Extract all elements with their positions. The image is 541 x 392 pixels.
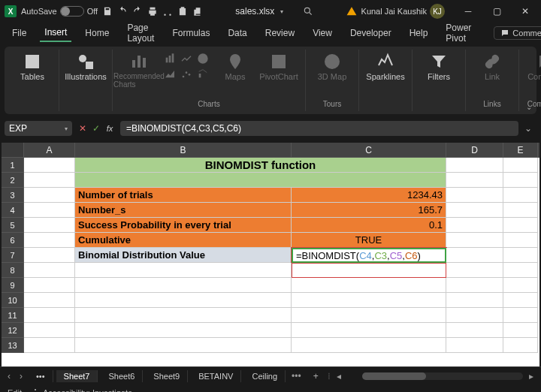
tab-home[interactable]: Home xyxy=(80,25,113,41)
cell-D5[interactable] xyxy=(446,218,503,233)
cell-E2[interactable] xyxy=(503,173,538,188)
cell-C11[interactable] xyxy=(292,308,446,323)
new-sheet-button[interactable]: + xyxy=(307,371,325,381)
tables-button[interactable]: Tables xyxy=(14,53,51,81)
row-header-9[interactable]: 9 xyxy=(2,278,24,293)
comments-button[interactable]: Comments xyxy=(494,26,541,40)
sheet-tab-sheet9[interactable]: Sheet9 xyxy=(146,370,188,382)
sheet-nav-prev[interactable]: ‹ xyxy=(5,371,14,381)
cell-C9[interactable] xyxy=(292,278,446,293)
cell-D9[interactable] xyxy=(446,278,503,293)
select-all-corner[interactable] xyxy=(2,143,24,158)
cell-A6[interactable] xyxy=(24,233,75,248)
cell-A5[interactable] xyxy=(24,218,75,233)
tab-developer[interactable]: Developer xyxy=(346,25,396,41)
cell-A13[interactable] xyxy=(24,338,75,353)
illustrations-button[interactable]: Illustrations xyxy=(67,53,104,81)
cell-B11[interactable] xyxy=(75,308,292,323)
sheet-tab-sheet7[interactable]: Sheet7 xyxy=(56,370,98,382)
cell-C7-active[interactable]: =BINOMDIST(C4,C3,C5,C6) xyxy=(292,248,446,263)
cell-B13[interactable] xyxy=(75,338,292,353)
cell-B3[interactable]: Number of trials xyxy=(75,188,292,203)
row-header-6[interactable]: 6 xyxy=(2,233,24,248)
maximize-button[interactable]: ▢ xyxy=(485,2,508,20)
cell-A3[interactable] xyxy=(24,188,75,203)
horizontal-scrollbar[interactable] xyxy=(362,372,523,380)
row-header-7[interactable]: 7 xyxy=(2,248,24,263)
sheet-tab-sheet6[interactable]: Sheet6 xyxy=(101,370,143,382)
tab-view[interactable]: View xyxy=(308,25,337,41)
cell-C8[interactable] xyxy=(292,263,446,278)
scroll-right-arrow[interactable]: ▸ xyxy=(526,371,536,381)
formula-expand-icon[interactable]: ⌄ xyxy=(520,123,536,134)
cell-B4[interactable]: Number_s xyxy=(75,203,292,218)
scroll-thumb[interactable] xyxy=(362,372,427,380)
cell-D8[interactable] xyxy=(446,263,503,278)
sheet-tab-ceiling[interactable]: Ceiling xyxy=(244,370,286,382)
tab-insert[interactable]: Insert xyxy=(40,24,71,42)
sheet-tab-more[interactable]: ••• xyxy=(29,370,53,382)
row-header-13[interactable]: 13 xyxy=(2,338,24,353)
cell-A10[interactable] xyxy=(24,293,75,308)
cell-A4[interactable] xyxy=(24,203,75,218)
close-button[interactable]: ✕ xyxy=(514,2,536,20)
cell-A7[interactable] xyxy=(24,248,75,263)
insert-function-button[interactable]: fx xyxy=(104,122,116,134)
cell-B7[interactable]: Binomial Distribution Value xyxy=(75,248,292,263)
cell-D4[interactable] xyxy=(446,203,503,218)
cell-C5[interactable]: 0.1 xyxy=(292,218,446,233)
row-header-11[interactable]: 11 xyxy=(2,308,24,323)
save-icon[interactable] xyxy=(102,6,113,17)
tab-file[interactable]: File xyxy=(8,25,31,41)
cell-D12[interactable] xyxy=(446,323,503,338)
row-header-2[interactable]: 2 xyxy=(2,173,24,188)
cell-B12[interactable] xyxy=(75,323,292,338)
cell-D11[interactable] xyxy=(446,308,503,323)
cell-C3[interactable]: 1234.43 xyxy=(292,188,446,203)
sheet-nav-next[interactable]: › xyxy=(17,371,26,381)
print-icon[interactable] xyxy=(147,6,158,17)
sheet-tab-more-right[interactable]: ••• xyxy=(289,371,304,381)
cell-D7[interactable] xyxy=(446,248,503,263)
cell-C6[interactable]: TRUE xyxy=(292,233,446,248)
cancel-formula-button[interactable]: ✕ xyxy=(77,122,89,134)
cell-A8[interactable] xyxy=(24,263,75,278)
warning-icon[interactable] xyxy=(346,6,357,17)
accessibility-status[interactable]: Accessibility: Investigate xyxy=(31,388,132,392)
cell-E13[interactable] xyxy=(503,338,538,353)
col-header-D[interactable]: D xyxy=(446,143,503,158)
cell-E9[interactable] xyxy=(503,278,538,293)
cell-D3[interactable] xyxy=(446,188,503,203)
cell-C10[interactable] xyxy=(292,293,446,308)
minimize-button[interactable]: ─ xyxy=(457,2,479,20)
row-header-8[interactable]: 8 xyxy=(2,263,24,278)
undo-icon[interactable] xyxy=(117,6,128,17)
cell-D1[interactable] xyxy=(446,158,503,173)
cell-E8[interactable] xyxy=(503,263,538,278)
cell-E10[interactable] xyxy=(503,293,538,308)
tab-data[interactable]: Data xyxy=(223,25,251,41)
formula-input[interactable]: =BINOMDIST(C4,C3,C5,C6) xyxy=(120,121,518,136)
enter-formula-button[interactable]: ✓ xyxy=(90,122,102,134)
redo-icon[interactable] xyxy=(132,6,143,17)
paste-icon[interactable] xyxy=(177,6,188,17)
cell-E11[interactable] xyxy=(503,308,538,323)
autosave-toggle[interactable]: AutoSave Off xyxy=(21,6,98,17)
cell-A1[interactable] xyxy=(24,158,75,173)
cell-D13[interactable] xyxy=(446,338,503,353)
spreadsheet-grid[interactable]: A B C D E 1 BINOMDIST function 2 3 Numbe… xyxy=(2,143,539,366)
user-account[interactable]: Kunal Jai Kaushik KJ xyxy=(361,4,445,19)
cell-D10[interactable] xyxy=(446,293,503,308)
cell-E3[interactable] xyxy=(503,188,538,203)
cell-A12[interactable] xyxy=(24,323,75,338)
cell-C4[interactable]: 165.7 xyxy=(292,203,446,218)
col-header-A[interactable]: A xyxy=(24,143,75,158)
name-box-chevron-icon[interactable]: ▾ xyxy=(65,125,68,132)
tab-power-pivot[interactable]: Power Pivot xyxy=(441,20,476,47)
cell-B6[interactable]: Cumulative xyxy=(75,233,292,248)
cell-D6[interactable] xyxy=(446,233,503,248)
sparklines-button[interactable]: Sparklines xyxy=(367,53,404,81)
col-header-C[interactable]: C xyxy=(292,143,446,158)
cell-E4[interactable] xyxy=(503,203,538,218)
row-header-1[interactable]: 1 xyxy=(2,158,24,173)
